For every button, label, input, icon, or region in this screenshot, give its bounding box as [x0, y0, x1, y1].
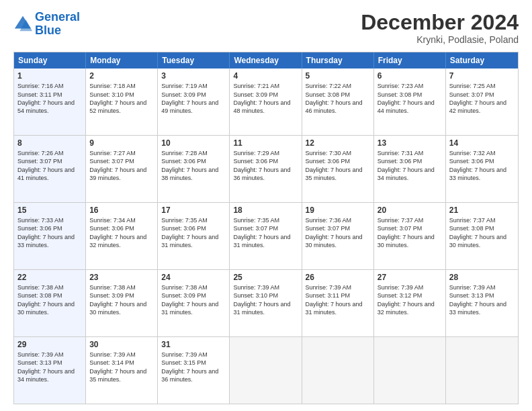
sunrise-text: Sunrise: 7:38 AM [17, 283, 82, 291]
sunset-text: Sunset: 3:07 PM [233, 224, 298, 232]
calendar-header-cell: Thursday [302, 52, 374, 68]
day-number: 16 [89, 205, 154, 216]
day-number: 8 [17, 138, 82, 148]
daylight-text: Daylight: 7 hours and 52 minutes. [89, 99, 154, 115]
calendar-cell: 15Sunrise: 7:33 AMSunset: 3:06 PMDayligh… [14, 203, 86, 269]
sunset-text: Sunset: 3:09 PM [161, 91, 226, 99]
calendar-cell: 18Sunrise: 7:35 AMSunset: 3:07 PMDayligh… [230, 203, 302, 269]
day-number: 20 [378, 205, 442, 216]
daylight-text: Daylight: 7 hours and 30 minutes. [306, 233, 370, 249]
sunset-text: Sunset: 3:08 PM [306, 91, 370, 99]
calendar-cell: 21Sunrise: 7:37 AMSunset: 3:08 PMDayligh… [446, 203, 518, 269]
sunrise-text: Sunrise: 7:21 AM [233, 82, 298, 90]
calendar-row: 1Sunrise: 7:16 AMSunset: 3:11 PMDaylight… [14, 68, 518, 135]
day-number: 31 [161, 339, 226, 350]
sunrise-text: Sunrise: 7:22 AM [306, 82, 370, 90]
day-number: 26 [306, 272, 370, 283]
calendar-cell: 17Sunrise: 7:35 AMSunset: 3:06 PMDayligh… [158, 203, 230, 269]
calendar-row: 22Sunrise: 7:38 AMSunset: 3:08 PMDayligh… [14, 269, 518, 336]
calendar-cell: 14Sunrise: 7:32 AMSunset: 3:06 PMDayligh… [446, 136, 518, 202]
day-number: 1 [17, 71, 82, 81]
day-number: 3 [161, 71, 226, 81]
calendar-header-cell: Saturday [446, 52, 518, 68]
sunrise-text: Sunrise: 7:39 AM [161, 351, 226, 359]
calendar-header-cell: Monday [86, 52, 158, 68]
sunrise-text: Sunrise: 7:27 AM [89, 149, 154, 157]
daylight-text: Daylight: 7 hours and 44 minutes. [378, 99, 442, 115]
sunrise-text: Sunrise: 7:23 AM [378, 82, 442, 90]
daylight-text: Daylight: 7 hours and 30 minutes. [17, 300, 82, 316]
sunset-text: Sunset: 3:10 PM [233, 291, 298, 300]
sunrise-text: Sunrise: 7:39 AM [233, 283, 298, 291]
logo-text: General Blue [35, 11, 80, 38]
daylight-text: Daylight: 7 hours and 31 minutes. [161, 300, 226, 316]
day-number: 2 [89, 71, 154, 81]
day-number: 12 [306, 138, 370, 148]
sunrise-text: Sunrise: 7:39 AM [306, 283, 370, 291]
sunset-text: Sunset: 3:10 PM [89, 91, 154, 99]
sunset-text: Sunset: 3:06 PM [89, 224, 154, 232]
calendar-cell: 16Sunrise: 7:34 AMSunset: 3:06 PMDayligh… [86, 203, 158, 269]
daylight-text: Daylight: 7 hours and 31 minutes. [306, 300, 370, 316]
page: General Blue December 2024 Krynki, Podla… [0, 0, 532, 411]
daylight-text: Daylight: 7 hours and 31 minutes. [161, 233, 226, 249]
sunrise-text: Sunrise: 7:18 AM [89, 82, 154, 90]
calendar-cell [230, 337, 302, 404]
calendar-cell: 26Sunrise: 7:39 AMSunset: 3:11 PMDayligh… [302, 270, 374, 336]
calendar-cell [302, 337, 374, 404]
day-number: 27 [378, 272, 442, 283]
daylight-text: Daylight: 7 hours and 49 minutes. [161, 99, 226, 115]
calendar-cell: 29Sunrise: 7:39 AMSunset: 3:13 PMDayligh… [14, 337, 86, 404]
calendar-header-cell: Wednesday [230, 52, 302, 68]
calendar-cell: 20Sunrise: 7:37 AMSunset: 3:07 PMDayligh… [374, 203, 446, 269]
sunset-text: Sunset: 3:07 PM [378, 224, 442, 232]
calendar-cell: 28Sunrise: 7:39 AMSunset: 3:13 PMDayligh… [446, 270, 518, 336]
sunset-text: Sunset: 3:13 PM [17, 359, 82, 367]
sunset-text: Sunset: 3:06 PM [161, 224, 226, 232]
sunset-text: Sunset: 3:08 PM [378, 91, 442, 99]
daylight-text: Daylight: 7 hours and 34 minutes. [17, 367, 82, 383]
sunrise-text: Sunrise: 7:37 AM [378, 216, 442, 224]
daylight-text: Daylight: 7 hours and 34 minutes. [378, 166, 442, 182]
sunset-text: Sunset: 3:09 PM [161, 291, 226, 300]
day-number: 13 [378, 138, 442, 148]
sunrise-text: Sunrise: 7:16 AM [17, 82, 82, 90]
calendar-header: SundayMondayTuesdayWednesdayThursdayFrid… [14, 52, 518, 68]
daylight-text: Daylight: 7 hours and 38 minutes. [161, 166, 226, 182]
sunset-text: Sunset: 3:08 PM [449, 224, 515, 232]
sunrise-text: Sunrise: 7:34 AM [89, 216, 154, 224]
title-block: December 2024 Krynki, Podlasie, Poland [361, 11, 519, 45]
calendar-cell: 4Sunrise: 7:21 AMSunset: 3:09 PMDaylight… [230, 68, 302, 135]
calendar-cell: 3Sunrise: 7:19 AMSunset: 3:09 PMDaylight… [158, 68, 230, 135]
calendar-cell: 7Sunrise: 7:25 AMSunset: 3:07 PMDaylight… [446, 68, 518, 135]
sunset-text: Sunset: 3:12 PM [378, 291, 442, 300]
calendar-body: 1Sunrise: 7:16 AMSunset: 3:11 PMDaylight… [14, 68, 518, 404]
sunset-text: Sunset: 3:07 PM [306, 224, 370, 232]
day-number: 15 [17, 205, 82, 216]
calendar-cell: 24Sunrise: 7:38 AMSunset: 3:09 PMDayligh… [158, 270, 230, 336]
daylight-text: Daylight: 7 hours and 33 minutes. [449, 300, 515, 316]
calendar: SundayMondayTuesdayWednesdayThursdayFrid… [13, 52, 519, 404]
daylight-text: Daylight: 7 hours and 31 minutes. [233, 300, 298, 316]
sunset-text: Sunset: 3:06 PM [233, 157, 298, 165]
day-number: 11 [233, 138, 298, 148]
sunset-text: Sunset: 3:06 PM [378, 157, 442, 165]
calendar-cell: 5Sunrise: 7:22 AMSunset: 3:08 PMDaylight… [302, 68, 374, 135]
daylight-text: Daylight: 7 hours and 32 minutes. [89, 233, 154, 249]
calendar-cell: 25Sunrise: 7:39 AMSunset: 3:10 PMDayligh… [230, 270, 302, 336]
sunrise-text: Sunrise: 7:35 AM [161, 216, 226, 224]
calendar-cell: 30Sunrise: 7:39 AMSunset: 3:14 PMDayligh… [86, 337, 158, 404]
header: General Blue December 2024 Krynki, Podla… [13, 11, 519, 45]
sunrise-text: Sunrise: 7:36 AM [306, 216, 370, 224]
daylight-text: Daylight: 7 hours and 36 minutes. [161, 367, 226, 383]
sunrise-text: Sunrise: 7:29 AM [233, 149, 298, 157]
calendar-header-cell: Sunday [14, 52, 86, 68]
sunset-text: Sunset: 3:06 PM [161, 157, 226, 165]
calendar-cell: 10Sunrise: 7:28 AMSunset: 3:06 PMDayligh… [158, 136, 230, 202]
daylight-text: Daylight: 7 hours and 41 minutes. [17, 166, 82, 182]
sunrise-text: Sunrise: 7:30 AM [306, 149, 370, 157]
day-number: 25 [233, 272, 298, 283]
sunset-text: Sunset: 3:06 PM [17, 224, 82, 232]
sunrise-text: Sunrise: 7:25 AM [449, 82, 515, 90]
day-number: 9 [89, 138, 154, 148]
